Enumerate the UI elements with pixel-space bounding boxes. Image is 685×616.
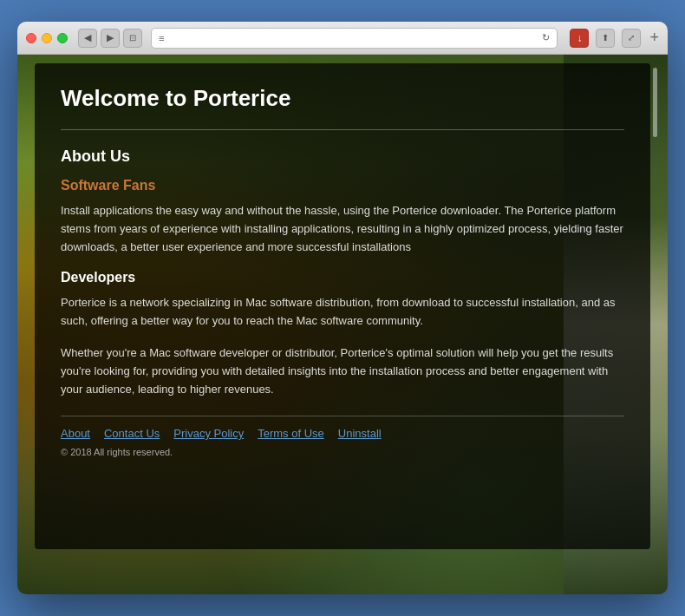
forward-icon: ▶ [107, 32, 114, 43]
browser-content: Welcome to Porterice About Us Software F… [17, 55, 668, 594]
footer-copyright: © 2018 All rights reserved. [61, 447, 624, 457]
footer-link-terms[interactable]: Terms of Use [258, 427, 324, 440]
expand-button[interactable]: ⤢ [622, 29, 641, 48]
developers-text-2: Whether you're a Mac software developer … [61, 344, 624, 398]
footer-link-about[interactable]: About [61, 427, 90, 440]
traffic-lights [26, 33, 68, 43]
footer-divider [61, 416, 624, 416]
back-icon: ◀ [84, 32, 91, 43]
download-button[interactable]: ↓ [570, 29, 589, 48]
share-button[interactable]: ⬆ [596, 29, 615, 48]
titlebar: ◀ ▶ ⊡ ≡ ↻ ↓ ⬆ ⤢ + [17, 22, 668, 55]
developers-heading: Developers [61, 270, 624, 285]
footer-link-uninstall[interactable]: Uninstall [338, 427, 382, 440]
content-box: Welcome to Porterice About Us Software F… [35, 63, 650, 549]
footer-link-privacy[interactable]: Privacy Policy [173, 427, 244, 440]
close-button[interactable] [26, 33, 36, 43]
expand-icon: ⤢ [628, 33, 635, 43]
share-icon: ⬆ [602, 33, 609, 43]
footer-links: About Contact Us Privacy Policy Terms of… [61, 427, 624, 440]
page-container: Welcome to Porterice About Us Software F… [17, 55, 668, 594]
minimize-button[interactable] [42, 33, 52, 43]
refresh-icon[interactable]: ↻ [542, 32, 550, 43]
software-fans-text: Install applications the easy way and wi… [61, 202, 624, 256]
about-us-heading: About Us [61, 147, 624, 166]
software-fans-heading: Software Fans [61, 178, 624, 193]
maximize-button[interactable] [57, 33, 68, 43]
download-icon: ↓ [577, 32, 582, 44]
footer-link-contact[interactable]: Contact Us [104, 427, 160, 440]
address-bar[interactable]: ≡ ↻ [151, 28, 558, 49]
page-title: Welcome to Porterice [61, 85, 624, 112]
mac-window: ◀ ▶ ⊡ ≡ ↻ ↓ ⬆ ⤢ + [17, 22, 668, 594]
new-tab-button[interactable]: + [649, 29, 659, 47]
list-icon: ≡ [159, 33, 164, 43]
developers-text-1: Porterice is a network specializing in M… [61, 294, 624, 331]
forward-button[interactable]: ▶ [101, 29, 120, 48]
grid-icon: ⊡ [129, 33, 136, 43]
nav-buttons: ◀ ▶ [78, 29, 120, 48]
tab-overview-button[interactable]: ⊡ [123, 29, 142, 48]
title-divider [61, 129, 624, 130]
back-button[interactable]: ◀ [78, 29, 97, 48]
toolbar-right: ↓ ⬆ ⤢ + [566, 29, 659, 48]
